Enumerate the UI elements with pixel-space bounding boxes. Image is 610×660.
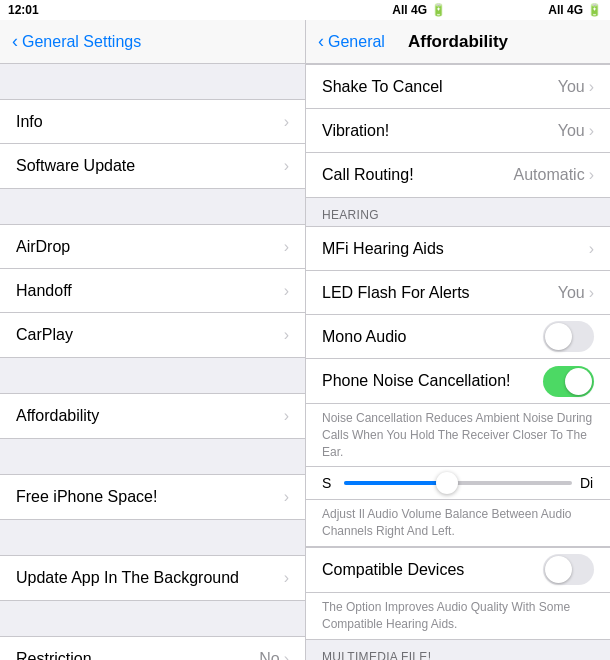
chevron-icon: › — [284, 157, 289, 175]
slider-description: Adjust Il Audio Volume Balance Between A… — [306, 500, 610, 547]
chevron-icon: › — [284, 113, 289, 131]
list-item[interactable]: Handoff › — [0, 269, 305, 313]
left-scroll[interactable]: Info › Software Update › AirDrop › Hando… — [0, 64, 305, 660]
chevron-icon: › — [284, 488, 289, 506]
noise-description: Noise Cancellation Reduces Ambient Noise… — [306, 404, 610, 467]
group-compatible: Compatible Devices — [306, 547, 610, 593]
chevron-icon: › — [284, 650, 289, 660]
led-flash-item[interactable]: LED Flash For Alerts You › — [306, 271, 610, 315]
restriction-item[interactable]: Restriction No › — [0, 637, 305, 660]
status-left: 12:01 — [8, 3, 39, 17]
chevron-icon: › — [284, 238, 289, 256]
group-shake: Shake To Cancel You › Vibration! You › C… — [306, 64, 610, 198]
noise-cancel-toggle[interactable] — [543, 366, 594, 397]
status-bar: 12:01 All 4G 🔋 All 4G 🔋 — [0, 0, 610, 20]
network-right-2: All 4G — [548, 3, 583, 17]
shake-item[interactable]: Shake To Cancel You › — [306, 65, 610, 109]
spacer-6 — [0, 601, 305, 636]
battery-icon-right-1: 🔋 — [431, 3, 446, 17]
slider-thumb[interactable] — [436, 472, 458, 494]
call-routing-item[interactable]: Call Routing! Automatic › — [306, 153, 610, 197]
toggle-knob — [565, 368, 592, 395]
time-left: 12:01 — [8, 3, 39, 17]
toggle-knob — [545, 323, 572, 350]
noise-cancel-item: Phone Noise Cancellation! — [306, 359, 610, 403]
group-affordability: Affordability › — [0, 393, 305, 439]
list-item[interactable]: AirDrop › — [0, 225, 305, 269]
mfi-item[interactable]: MFi Hearing Aids › — [306, 227, 610, 271]
spacer-2 — [0, 189, 305, 224]
spacer-4 — [0, 439, 305, 474]
multimedia-header: MULTIMEDIA FILE! — [306, 640, 610, 660]
list-item[interactable]: Info › — [0, 100, 305, 144]
left-nav-header: ‹ General Settings — [0, 20, 305, 64]
right-nav-header: ‹ General Affordability — [306, 20, 610, 64]
vibration-item[interactable]: Vibration! You › — [306, 109, 610, 153]
right-nav-back-label: General — [328, 33, 385, 51]
right-scroll[interactable]: Shake To Cancel You › Vibration! You › C… — [306, 64, 610, 660]
right-nav-back[interactable]: ‹ General — [318, 31, 385, 52]
slider-right-label: Di — [580, 475, 594, 491]
spacer-3 — [0, 358, 305, 393]
group-restriction: Restriction No › — [0, 636, 305, 660]
back-chevron-icon: ‹ — [318, 31, 324, 52]
group-hearing: MFi Hearing Aids › LED Flash For Alerts … — [306, 226, 610, 404]
chevron-icon: › — [589, 166, 594, 184]
right-panel: ‹ General Affordability Shake To Cancel … — [305, 20, 610, 660]
left-nav-title: General Settings — [22, 33, 141, 51]
toggle-knob — [545, 556, 572, 583]
list-item[interactable]: Affordability › — [0, 394, 305, 438]
status-right-area: All 4G 🔋 — [141, 3, 446, 17]
status-right: All 4G 🔋 — [548, 3, 602, 17]
list-item[interactable]: CarPlay › — [0, 313, 305, 357]
group-update-app: Update App In The Background › — [0, 555, 305, 601]
chevron-icon: › — [284, 407, 289, 425]
group-free-space: Free iPhone Space! › — [0, 474, 305, 520]
slider-fill — [344, 481, 447, 485]
chevron-icon: › — [284, 282, 289, 300]
group-info: Info › Software Update › — [0, 99, 305, 189]
spacer-5 — [0, 520, 305, 555]
chevron-icon: › — [589, 78, 594, 96]
battery-icon-right-2: 🔋 — [587, 3, 602, 17]
left-panel: ‹ General Settings Info › Software Updat… — [0, 20, 305, 660]
compatible-description: The Option Improves Audio Quality With S… — [306, 593, 610, 640]
chevron-icon: › — [589, 240, 594, 258]
network-right-1: All 4G — [392, 3, 427, 17]
compatible-devices-item: Compatible Devices — [306, 548, 610, 592]
list-item[interactable]: Update App In The Background › — [0, 556, 305, 600]
list-item[interactable]: Software Update › — [0, 144, 305, 188]
panels: ‹ General Settings Info › Software Updat… — [0, 20, 610, 660]
back-chevron-icon: ‹ — [12, 31, 18, 52]
balance-slider-row: S Di — [306, 467, 610, 500]
slider-left-label: S — [322, 475, 336, 491]
chevron-icon: › — [589, 284, 594, 302]
compatible-devices-toggle[interactable] — [543, 554, 594, 585]
spacer-1 — [0, 64, 305, 99]
mono-audio-toggle[interactable] — [543, 321, 594, 352]
slider-track[interactable] — [344, 481, 572, 485]
left-nav-back[interactable]: ‹ General Settings — [12, 31, 141, 52]
chevron-icon: › — [284, 326, 289, 344]
chevron-icon: › — [589, 122, 594, 140]
hearing-header: HEARING — [306, 198, 610, 226]
group-airdrop: AirDrop › Handoff › CarPlay › — [0, 224, 305, 358]
list-item[interactable]: Free iPhone Space! › — [0, 475, 305, 519]
right-nav-title: Affordability — [408, 32, 508, 52]
mono-audio-item: Mono Audio — [306, 315, 610, 359]
chevron-icon: › — [284, 569, 289, 587]
